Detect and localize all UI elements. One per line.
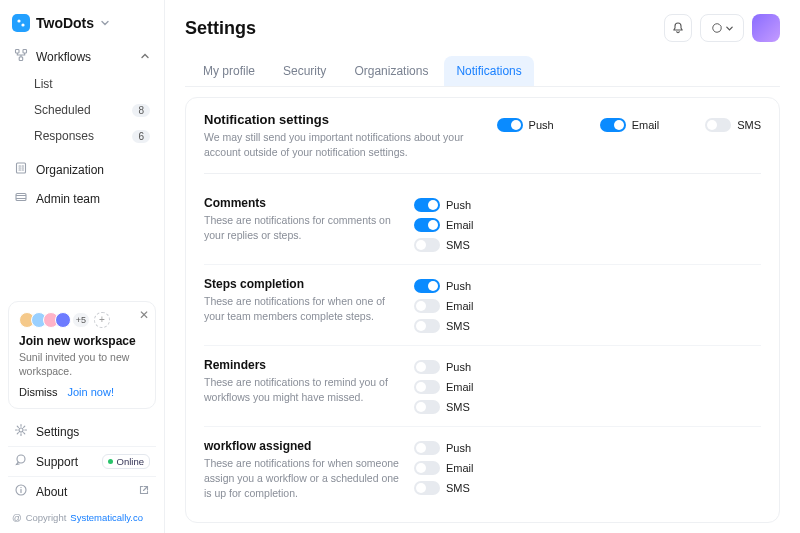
toggle-switch[interactable] [414, 218, 440, 232]
admin-team-icon [14, 190, 28, 207]
svg-point-7 [19, 428, 23, 432]
brand-name: TwoDots [36, 15, 94, 31]
workspace-invite-card: ✕ +5 + Join new workspace Sunil invited … [8, 301, 156, 409]
dismiss-invite-button[interactable]: Dismiss [19, 386, 58, 398]
toggle-switch[interactable] [414, 238, 440, 252]
tab-my-profile[interactable]: My profile [191, 56, 267, 86]
row-push-toggle: Push [414, 441, 474, 455]
row-desc: These are notifications for comments on … [204, 213, 404, 242]
top-actions [664, 14, 780, 42]
row-email-toggle: Email [414, 218, 474, 232]
row-email-toggle: Email [414, 299, 474, 313]
nav-subitem-label: Responses [34, 129, 94, 143]
settings-tabs: My profile Security Organizations Notifi… [185, 56, 780, 87]
main: Settings My profile Security Organizatio… [165, 0, 800, 533]
notification-row: workflow assignedThese are notifications… [204, 427, 761, 512]
nav-admin-team[interactable]: Admin team [8, 184, 156, 213]
nav-workflows-label: Workflows [36, 50, 91, 64]
avatar-overflow-count: +5 [72, 312, 90, 328]
notifications-panel: Notification settings We may still send … [185, 97, 780, 523]
toggle-switch[interactable] [414, 461, 440, 475]
toggle-switch[interactable] [705, 118, 731, 132]
row-email-toggle: Email [414, 461, 474, 475]
notification-row: RemindersThese are notifications to remi… [204, 346, 761, 427]
nav-workflows-list[interactable]: List [8, 71, 156, 97]
workspace-switcher[interactable]: TwoDots [8, 8, 156, 42]
nav-support-label: Support [36, 455, 78, 469]
svg-rect-4 [19, 57, 23, 61]
chevron-down-icon [100, 15, 110, 31]
row-push-toggle: Push [414, 198, 474, 212]
external-link-icon [138, 484, 150, 499]
tab-security[interactable]: Security [271, 56, 338, 86]
invite-desc: Sunil invited you to new workspace. [19, 350, 145, 378]
invite-avatars: +5 + [19, 312, 145, 328]
toggle-switch[interactable] [414, 481, 440, 495]
chevron-down-icon [725, 24, 734, 33]
toggle-switch[interactable] [414, 319, 440, 333]
moon-icon [711, 22, 723, 34]
notification-rows: CommentsThese are notifications for comm… [204, 184, 761, 512]
section-title: Notification settings [204, 112, 474, 127]
row-sms-toggle: SMS [414, 238, 474, 252]
gear-icon [14, 423, 28, 440]
master-sms-toggle: SMS [705, 118, 761, 132]
row-email-toggle: Email [414, 380, 474, 394]
close-icon[interactable]: ✕ [139, 308, 149, 322]
nav-settings[interactable]: Settings [8, 417, 156, 446]
row-push-toggle: Push [414, 279, 474, 293]
toggle-switch[interactable] [414, 279, 440, 293]
master-email-toggle: Email [600, 118, 660, 132]
avatar [55, 312, 71, 328]
page-title: Settings [185, 18, 256, 39]
nav-workflows-responses[interactable]: Responses 6 [8, 123, 156, 149]
support-icon [14, 453, 28, 470]
info-icon [14, 483, 28, 500]
nav-support[interactable]: Support Online [8, 446, 156, 476]
nav-subitem-label: List [34, 77, 53, 91]
notification-row: Steps completionThese are notifications … [204, 265, 761, 346]
chevron-up-icon [140, 50, 150, 64]
row-sms-toggle: SMS [414, 400, 474, 414]
row-push-toggle: Push [414, 360, 474, 374]
count-badge: 8 [132, 104, 150, 117]
toggle-switch[interactable] [414, 380, 440, 394]
toggle-switch[interactable] [414, 299, 440, 313]
row-desc: These are notifications for when someone… [204, 456, 404, 500]
row-title: Comments [204, 196, 404, 210]
invite-title: Join new workspace [19, 334, 145, 348]
svg-point-0 [17, 19, 20, 22]
workflows-icon [14, 48, 28, 65]
at-icon: @ [12, 512, 22, 523]
row-title: Steps completion [204, 277, 404, 291]
row-title: Reminders [204, 358, 404, 372]
tab-organizations[interactable]: Organizations [342, 56, 440, 86]
tab-notifications[interactable]: Notifications [444, 56, 533, 86]
notification-row: CommentsThese are notifications for comm… [204, 184, 761, 265]
status-dot-icon [108, 459, 113, 464]
theme-switcher[interactable] [700, 14, 744, 42]
join-workspace-button[interactable]: Join now! [68, 386, 114, 398]
row-sms-toggle: SMS [414, 481, 474, 495]
add-member-button[interactable]: + [94, 312, 110, 328]
notifications-button[interactable] [664, 14, 692, 42]
nav-primary: Workflows List Scheduled 8 Responses 6 O… [8, 42, 156, 213]
nav-about[interactable]: About [8, 476, 156, 506]
nav-organization[interactable]: Organization [8, 155, 156, 184]
sidebar: TwoDots Workflows List Scheduled 8 Respo… [0, 0, 165, 533]
copyright-link[interactable]: Systematically.co [70, 512, 143, 523]
row-desc: These are notifications to remind you of… [204, 375, 404, 404]
toggle-switch[interactable] [414, 400, 440, 414]
user-avatar[interactable] [752, 14, 780, 42]
support-status: Online [102, 454, 150, 469]
copyright: @ Copyright Systematically.co [8, 506, 156, 525]
toggle-switch[interactable] [414, 360, 440, 374]
toggle-switch[interactable] [497, 118, 523, 132]
nav-workflows[interactable]: Workflows [8, 42, 156, 71]
toggle-switch[interactable] [600, 118, 626, 132]
toggle-switch[interactable] [414, 198, 440, 212]
toggle-switch[interactable] [414, 441, 440, 455]
nav-workflows-scheduled[interactable]: Scheduled 8 [8, 97, 156, 123]
section-desc: We may still send you important notifica… [204, 130, 474, 159]
organization-icon [14, 161, 28, 178]
